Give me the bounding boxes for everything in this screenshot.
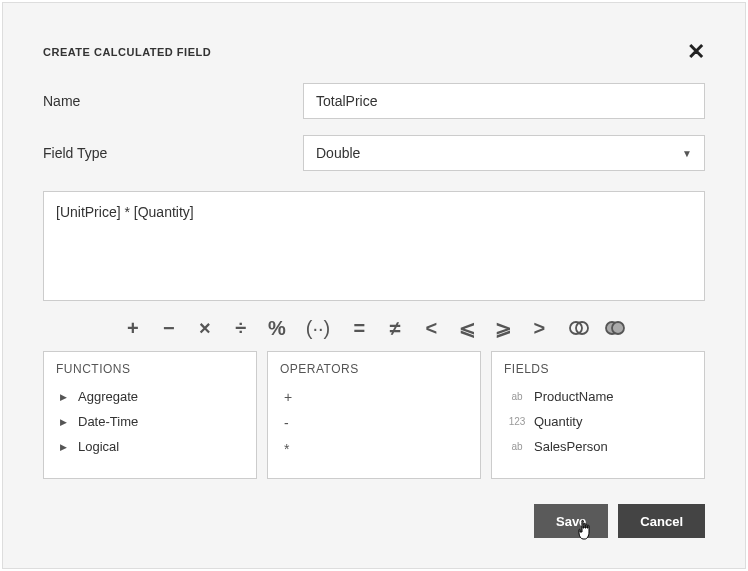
field-item[interactable]: 123Quantity: [504, 409, 692, 434]
dialog-header: CREATE CALCULATED FIELD ✕: [3, 3, 745, 83]
join-inner-icon[interactable]: [568, 317, 590, 339]
functions-header: FUNCTIONS: [44, 352, 256, 384]
greater-than-icon[interactable]: >: [528, 317, 550, 339]
function-category[interactable]: ▶Date-Time: [56, 409, 244, 434]
chevron-down-icon: ▼: [682, 148, 692, 159]
close-icon[interactable]: ✕: [687, 41, 705, 63]
operator-item[interactable]: -: [280, 410, 468, 436]
calculated-field-dialog: CREATE CALCULATED FIELD ✕ Name Field Typ…: [2, 2, 746, 569]
functions-panel: FUNCTIONS ▶Aggregate ▶Date-Time ▶Logical: [43, 351, 257, 479]
svg-point-3: [612, 322, 624, 334]
operator-item[interactable]: *: [280, 436, 468, 462]
field-item[interactable]: abProductName: [504, 384, 692, 409]
operators-header: OPERATORS: [268, 352, 480, 384]
join-outer-icon[interactable]: [604, 317, 626, 339]
paren-icon[interactable]: (··): [306, 317, 330, 339]
dialog-title: CREATE CALCULATED FIELD: [43, 46, 211, 58]
function-category[interactable]: ▶Aggregate: [56, 384, 244, 409]
number-type-icon: 123: [508, 416, 526, 427]
plus-icon[interactable]: +: [122, 317, 144, 339]
operator-item[interactable]: +: [280, 384, 468, 410]
fields-header: FIELDS: [492, 352, 704, 384]
chevron-right-icon: ▶: [60, 417, 70, 427]
operator-toolbar: + − × ÷ % (··) = ≠ < ⩽ ⩾ >: [3, 317, 745, 351]
field-type-select[interactable]: Double ▼: [303, 135, 705, 171]
name-input[interactable]: [303, 83, 705, 119]
function-category[interactable]: ▶Logical: [56, 434, 244, 459]
chevron-right-icon: ▶: [60, 442, 70, 452]
fields-panel: FIELDS abProductName 123Quantity abSales…: [491, 351, 705, 479]
cancel-button[interactable]: Cancel: [618, 504, 705, 538]
operators-panel: OPERATORS + - *: [267, 351, 481, 479]
expression-input[interactable]: [UnitPrice] * [Quantity]: [43, 191, 705, 301]
not-equals-icon[interactable]: ≠: [384, 317, 406, 339]
field-item[interactable]: abSalesPerson: [504, 434, 692, 459]
less-than-equal-icon[interactable]: ⩽: [456, 317, 478, 339]
panels-row: FUNCTIONS ▶Aggregate ▶Date-Time ▶Logical…: [3, 351, 745, 479]
multiply-icon[interactable]: ×: [194, 317, 216, 339]
field-type-value: Double: [316, 145, 360, 161]
divide-icon[interactable]: ÷: [230, 317, 252, 339]
percent-icon[interactable]: %: [266, 317, 288, 339]
text-type-icon: ab: [508, 441, 526, 452]
field-type-row: Field Type Double ▼: [3, 135, 745, 171]
dialog-footer: Save Cancel: [534, 504, 705, 538]
field-type-label: Field Type: [43, 145, 303, 161]
name-row: Name: [3, 83, 745, 119]
save-button[interactable]: Save: [534, 504, 608, 538]
chevron-right-icon: ▶: [60, 392, 70, 402]
less-than-icon[interactable]: <: [420, 317, 442, 339]
text-type-icon: ab: [508, 391, 526, 402]
greater-than-equal-icon[interactable]: ⩾: [492, 317, 514, 339]
equals-icon[interactable]: =: [348, 317, 370, 339]
minus-icon[interactable]: −: [158, 317, 180, 339]
name-label: Name: [43, 93, 303, 109]
